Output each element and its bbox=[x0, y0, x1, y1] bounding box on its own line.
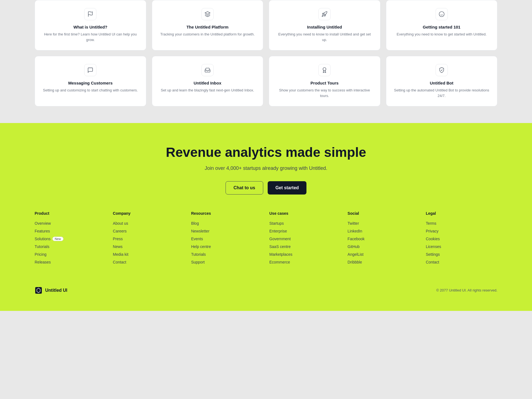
footer-link-careers[interactable]: Careers bbox=[113, 229, 184, 233]
copyright: © 2077 Untitled UI. All rights reserved. bbox=[436, 288, 497, 292]
footer-col-heading: Use cases bbox=[269, 211, 341, 216]
list-item: Privacy bbox=[426, 229, 497, 233]
footer-link-saas-centre[interactable]: SaaS centre bbox=[269, 244, 341, 249]
footer-link-events[interactable]: Events bbox=[191, 237, 263, 241]
footer-link-contact-legal[interactable]: Contact bbox=[426, 260, 497, 264]
layers-icon bbox=[201, 8, 214, 20]
card-description: Setting up the automated Untitled Bot to… bbox=[393, 88, 491, 98]
card-title: Installing Untitled bbox=[307, 25, 342, 29]
cards-grid-row1: What is Untitled? Here for the first tim… bbox=[35, 0, 497, 50]
footer-col-legal: Legal Terms Privacy Cookies Licenses Set… bbox=[426, 211, 497, 268]
list-item: Features bbox=[35, 229, 106, 233]
card-untitled-bot[interactable]: Untitled Bot Setting up the automated Un… bbox=[386, 56, 498, 106]
footer-link-government[interactable]: Government bbox=[269, 237, 341, 241]
get-started-button[interactable]: Get started bbox=[268, 181, 306, 195]
chat-button[interactable]: Chat to us bbox=[226, 181, 263, 195]
footer-col-resources: Resources Blog Newsletter Events Help ce… bbox=[191, 211, 263, 268]
list-item: Contact bbox=[113, 260, 184, 264]
footer-link-licenses[interactable]: Licenses bbox=[426, 244, 497, 249]
footer-link-tutorials[interactable]: Tutorials bbox=[35, 244, 106, 249]
footer-link-cookies[interactable]: Cookies bbox=[426, 237, 497, 241]
card-untitled-inbox[interactable]: Untitled Inbox Set up and learn the blaz… bbox=[152, 56, 264, 106]
card-description: Tracking your customers in the Untitled … bbox=[160, 32, 255, 37]
card-title: Messaging Customers bbox=[68, 81, 112, 85]
list-item: Solutions New bbox=[35, 237, 106, 241]
footer-col-links: Blog Newsletter Events Help centre Tutor… bbox=[191, 221, 263, 264]
footer-link-support[interactable]: Support bbox=[191, 260, 263, 264]
list-item: Overview bbox=[35, 221, 106, 226]
list-item: Twitter bbox=[347, 221, 419, 226]
brand-logo-icon bbox=[35, 287, 42, 294]
footer-link-marketplaces[interactable]: Marketplaces bbox=[269, 252, 341, 257]
card-title: Product Tours bbox=[311, 81, 339, 85]
footer-link-facebook[interactable]: Facebook bbox=[347, 237, 419, 241]
footer-col-heading: Legal bbox=[426, 211, 497, 216]
footer-link-features[interactable]: Features bbox=[35, 229, 106, 233]
award-icon bbox=[318, 64, 331, 76]
footer-link-linkedin[interactable]: LinkedIn bbox=[347, 229, 419, 233]
list-item: Careers bbox=[113, 229, 184, 233]
footer-col-product: Product Overview Features Solutions New … bbox=[35, 211, 106, 268]
card-title: Untitled Inbox bbox=[194, 81, 221, 85]
footer-link-github[interactable]: GitHub bbox=[347, 244, 419, 249]
list-item: Dribbble bbox=[347, 260, 419, 264]
footer-link-releases[interactable]: Releases bbox=[35, 260, 106, 264]
card-installing-untitled[interactable]: Installing Untitled Everything you need … bbox=[269, 0, 380, 50]
card-title: The Untitled Platform bbox=[186, 25, 229, 29]
brand-name: Untitled UI bbox=[45, 288, 67, 293]
footer-col-links: About us Careers Press News Media kit Co… bbox=[113, 221, 184, 264]
footer-link-pricing[interactable]: Pricing bbox=[35, 252, 106, 257]
footer-link-solutions[interactable]: Solutions New bbox=[35, 237, 106, 241]
footer-link-blog[interactable]: Blog bbox=[191, 221, 263, 226]
message-circle-icon bbox=[84, 64, 96, 76]
footer-link-help-centre[interactable]: Help centre bbox=[191, 244, 263, 249]
footer-bottom: Untitled UI © 2077 Untitled UI. All righ… bbox=[35, 273, 497, 294]
list-item: Newsletter bbox=[191, 229, 263, 233]
footer-link-tutorials-res[interactable]: Tutorials bbox=[191, 252, 263, 257]
footer-link-enterprise[interactable]: Enterprise bbox=[269, 229, 341, 233]
footer-link-angellist[interactable]: AngelList bbox=[347, 252, 419, 257]
list-item: Government bbox=[269, 237, 341, 241]
card-what-is-untitled[interactable]: What is Untitled? Here for the first tim… bbox=[35, 0, 146, 50]
list-item: Enterprise bbox=[269, 229, 341, 233]
list-item: Support bbox=[191, 260, 263, 264]
card-description: Here for the first time? Learn how Untit… bbox=[42, 32, 139, 42]
cards-section: What is Untitled? Here for the first tim… bbox=[0, 0, 532, 123]
footer-link-privacy[interactable]: Privacy bbox=[426, 229, 497, 233]
list-item: Licenses bbox=[426, 244, 497, 249]
footer-link-twitter[interactable]: Twitter bbox=[347, 221, 419, 226]
list-item: Help centre bbox=[191, 244, 263, 249]
card-messaging-customers[interactable]: Messaging Customers Setting up and custo… bbox=[35, 56, 146, 106]
cta-section: Revenue analytics made simple Join over … bbox=[0, 123, 532, 311]
list-item: GitHub bbox=[347, 244, 419, 249]
footer-link-media-kit[interactable]: Media kit bbox=[113, 252, 184, 257]
footer-link-about[interactable]: About us bbox=[113, 221, 184, 226]
svg-marker-1 bbox=[205, 12, 210, 14]
card-title: What is Untitled? bbox=[73, 25, 108, 29]
footer-link-contact-company[interactable]: Contact bbox=[113, 260, 184, 264]
list-item: Releases bbox=[35, 260, 106, 264]
smile-icon bbox=[436, 8, 448, 20]
card-getting-started[interactable]: Getting started 101 Everything you need … bbox=[386, 0, 498, 50]
footer-link-ecommerce[interactable]: Ecommerce bbox=[269, 260, 341, 264]
footer-link-startups[interactable]: Startups bbox=[269, 221, 341, 226]
list-item: Startups bbox=[269, 221, 341, 226]
footer-link-press[interactable]: Press bbox=[113, 237, 184, 241]
card-product-tours[interactable]: Product Tours Show your customers the wa… bbox=[269, 56, 380, 106]
footer-link-settings[interactable]: Settings bbox=[426, 252, 497, 257]
footer-col-links: Overview Features Solutions New Tutorial… bbox=[35, 221, 106, 264]
footer-link-dribbble[interactable]: Dribbble bbox=[347, 260, 419, 264]
footer-link-newsletter[interactable]: Newsletter bbox=[191, 229, 263, 233]
card-untitled-platform[interactable]: The Untitled Platform Tracking your cust… bbox=[152, 0, 264, 50]
list-item: LinkedIn bbox=[347, 229, 419, 233]
list-item: Cookies bbox=[426, 237, 497, 241]
list-item: Terms bbox=[426, 221, 497, 226]
flag-icon bbox=[84, 8, 96, 20]
footer-link-terms[interactable]: Terms bbox=[426, 221, 497, 226]
footer-link-news[interactable]: News bbox=[113, 244, 184, 249]
footer-col-social: Social Twitter LinkedIn Facebook GitHub … bbox=[347, 211, 419, 268]
shield-check-icon bbox=[436, 64, 448, 76]
footer-col-heading: Product bbox=[35, 211, 106, 216]
footer-col-links: Startups Enterprise Government SaaS cent… bbox=[269, 221, 341, 264]
footer-link-overview[interactable]: Overview bbox=[35, 221, 106, 226]
